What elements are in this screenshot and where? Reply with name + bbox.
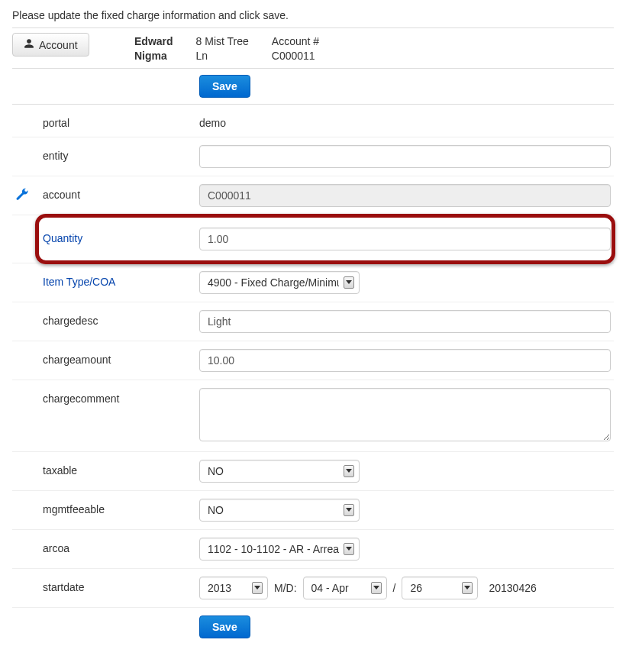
- startdate-month: 04 - Apr: [311, 582, 349, 594]
- chevron-down-icon: [252, 582, 263, 594]
- mgmtfeeable-selected: NO: [208, 504, 224, 516]
- name-line1: Edward: [134, 35, 173, 47]
- address-line2: Ln: [196, 50, 208, 62]
- chevron-down-icon: [344, 276, 354, 289]
- row-chargedesc: chargedesc: [12, 302, 614, 341]
- row-mgmtfeeable: mgmtfeeable NO: [12, 491, 614, 530]
- save-button-top[interactable]: Save: [199, 75, 250, 98]
- account-number-block: Account # C000011: [272, 34, 319, 63]
- chargedesc-input[interactable]: [199, 310, 611, 333]
- label-chargecomment: chargecomment: [43, 388, 199, 405]
- label-chargeamount: chargeamount: [43, 349, 199, 366]
- row-startdate: startdate 2013 M/D: 04 - Apr / 26 201304…: [12, 569, 614, 608]
- save-row-bottom: Save: [12, 608, 614, 646]
- startdate-month-select[interactable]: 04 - Apr: [303, 577, 387, 599]
- save-button-bottom[interactable]: Save: [199, 615, 250, 638]
- account-input: [199, 184, 611, 207]
- wrench-icon[interactable]: [15, 191, 29, 203]
- itemtype-selected: 4900 - Fixed Charge/Minimum: [208, 276, 339, 289]
- user-icon: [24, 38, 34, 51]
- startdate-summary: 20130426: [484, 582, 536, 594]
- startdate-day: 26: [410, 582, 422, 594]
- startdate-year-select[interactable]: 2013: [199, 577, 268, 599]
- account-number-label: Account #: [272, 35, 319, 47]
- value-portal: demo: [199, 112, 611, 129]
- entity-input[interactable]: [199, 145, 611, 168]
- account-name: Edward Nigma: [134, 34, 173, 63]
- arcoa-select[interactable]: 1102 - 10-1102 - AR - Arrears: [199, 538, 360, 561]
- address-line1: 8 Mist Tree: [196, 35, 249, 47]
- chevron-down-icon: [344, 543, 354, 555]
- taxable-select[interactable]: NO: [199, 460, 360, 483]
- chargeamount-input[interactable]: [199, 349, 611, 372]
- row-entity: entity: [12, 137, 614, 176]
- label-mgmtfeeable: mgmtfeeable: [43, 499, 199, 515]
- label-itemtype[interactable]: Item Type/COA: [43, 276, 115, 288]
- account-button[interactable]: Account: [12, 33, 89, 57]
- chevron-down-icon: [344, 504, 354, 516]
- row-arcoa: arcoa 1102 - 10-1102 - AR - Arrears: [12, 530, 614, 569]
- label-quantity[interactable]: Quantity: [43, 232, 82, 244]
- startdate-day-select[interactable]: 26: [402, 577, 478, 599]
- arcoa-selected: 1102 - 10-1102 - AR - Arrears: [208, 543, 339, 555]
- chargecomment-textarea[interactable]: [199, 388, 611, 441]
- label-chargedesc: chargedesc: [43, 310, 199, 327]
- account-number-value: C000011: [272, 50, 315, 62]
- chevron-down-icon: [344, 465, 354, 477]
- label-entity: entity: [43, 145, 199, 162]
- label-account: account: [43, 184, 199, 201]
- row-portal: portal demo: [12, 105, 614, 137]
- row-chargeamount: chargeamount: [12, 341, 614, 380]
- mgmtfeeable-select[interactable]: NO: [199, 499, 360, 522]
- quantity-input[interactable]: [199, 228, 611, 250]
- row-taxable: taxable NO: [12, 452, 614, 491]
- startdate-year: 2013: [208, 582, 231, 594]
- label-taxable: taxable: [43, 460, 199, 477]
- save-row-top: Save: [12, 69, 614, 105]
- startdate-md-label: M/D:: [274, 582, 297, 594]
- itemtype-select[interactable]: 4900 - Fixed Charge/Minimum: [199, 271, 360, 294]
- label-arcoa: arcoa: [43, 538, 199, 554]
- startdate-slash: /: [393, 582, 396, 594]
- label-startdate: startdate: [43, 577, 199, 593]
- account-address: 8 Mist Tree Ln: [196, 34, 249, 63]
- account-header: Account Edward Nigma 8 Mist Tree Ln Acco…: [12, 27, 614, 69]
- row-chargecomment: chargecomment: [12, 380, 614, 452]
- row-itemtype: Item Type/COA 4900 - Fixed Charge/Minimu…: [12, 263, 614, 302]
- label-portal: portal: [43, 112, 199, 129]
- chevron-down-icon: [371, 582, 382, 594]
- page-instruction: Please update the fixed charge informati…: [12, 9, 614, 27]
- row-quantity: Quantity: [12, 215, 614, 263]
- chevron-down-icon: [462, 582, 473, 594]
- name-line2: Nigma: [134, 50, 167, 62]
- taxable-selected: NO: [208, 465, 224, 477]
- account-button-label: Account: [39, 39, 78, 51]
- row-account: account: [12, 176, 614, 215]
